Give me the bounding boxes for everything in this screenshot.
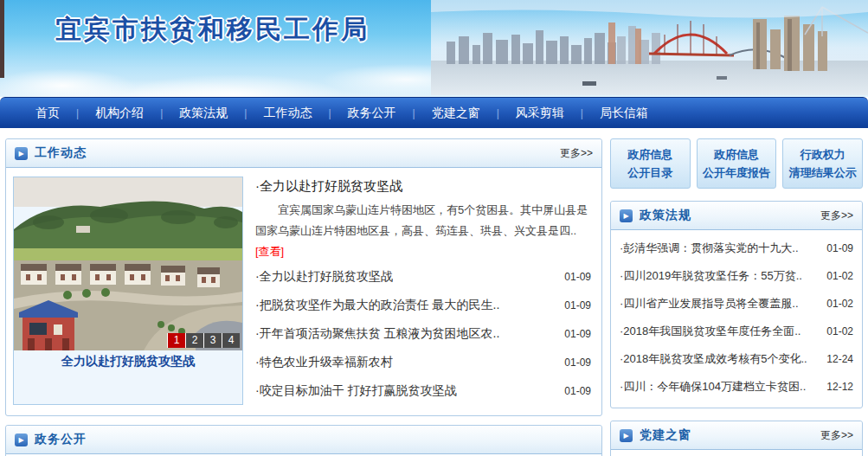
policy-item-title: ·2018年脱贫攻坚成效考核有5个变化.. [620,345,807,372]
gov-open-header: ▶ 政务公开 [6,426,601,454]
news-list-item[interactable]: ·把脱贫攻坚作为最大的政治责任 最大的民生.. 01-09 [255,291,591,319]
admin-power-line2: 清理结果公示 [789,164,857,182]
right-column: 政府信息 公开目录 政府信息 公开年度报告 行政权力 清理结果公示 ▶ 政策法规… [610,138,863,456]
gov-open-title: 政务公开 [35,432,87,447]
news-item-title: ·开年首项活动聚焦扶贫 五粮液为贫困地区农.. [255,319,499,347]
main-nav: 首页 | 机构介绍 | 政策法规 | 工作动态 | 政务公开 | 党建之窗 | … [0,97,868,128]
nav-item-policy[interactable]: 政策法规 [179,106,228,121]
party-more-link[interactable]: 更多>> [820,428,853,443]
work-news-header: ▶ 工作动态 更多>> [6,139,601,168]
quick-buttons: 政府信息 公开目录 政府信息 公开年度报告 行政权力 清理结果公示 [610,138,863,189]
nav-item-about[interactable]: 机构介绍 [95,106,144,121]
policy-item-title: ·2018年我国脱贫攻坚年度任务全面.. [620,318,800,344]
nav-separator: | [244,107,247,119]
annual-report-line1: 政府信息 [714,145,759,164]
news-item-title: ·咬定目标加油干 打好打赢脱贫攻坚战 [255,376,457,404]
admin-power-button[interactable]: 行政权力 清理结果公示 [782,138,863,189]
policy-item-date: 12-24 [826,346,853,373]
policy-item-date: 01-02 [826,318,853,345]
news-item-date: 01-09 [564,349,591,376]
policy-list-item[interactable]: ·彭清华强调：贯彻落实党的十九大.. 01-09 [620,234,853,262]
work-news-more-link[interactable]: 更多>> [560,146,593,161]
carousel-page-3[interactable]: 3 [203,333,222,348]
work-news-body: 1 2 3 4 全力以赴打好脱贫攻坚战 ·全力以赴打好脱贫攻坚战 宜宾属国家乌蒙… [6,168,601,415]
nav-item-gallery[interactable]: 风采剪辑 [516,106,564,121]
info-directory-line1: 政府信息 [627,145,672,164]
policy-item-title: ·四川：今年确保104万建档立卡贫困.. [620,373,806,400]
carousel-page-1[interactable]: 1 [167,333,185,348]
policy-title: 政策法规 [640,208,691,223]
main-content: ▶ 工作动态 更多>> [0,128,868,456]
nav-separator: | [413,107,415,119]
news-item-title: ·特色农业升级幸福新农村 [255,348,393,376]
carousel-photo [14,177,242,350]
policy-item-date: 12-12 [826,374,853,401]
page: 宜宾市扶贫和移民工作局 首页 | 机构介绍 | 政策法规 | 工作动态 | 政务… [0,0,868,456]
policy-list-item[interactable]: ·2018年脱贫攻坚成效考核有5个变化.. 12-24 [620,345,853,373]
info-directory-button[interactable]: 政府信息 公开目录 [610,138,691,189]
news-item-date: 01-09 [564,377,591,405]
nav-separator: | [328,107,331,119]
city-skyline-image [431,0,868,95]
carousel-page-2[interactable]: 2 [185,333,203,348]
news-item-date: 01-09 [564,292,591,319]
policy-item-date: 01-02 [826,263,853,290]
policy-item-title: ·四川省产业发展指导员将全覆盖服.. [620,290,799,317]
nav-separator: | [581,107,583,119]
left-column: ▶ 工作动态 更多>> [5,138,602,456]
featured-news-summary: 宜宾属国家乌蒙山连片特困地区，有5个贫困县。其中屏山县是国家乌蒙山连片特困地区县… [255,200,591,262]
party-title: 党建之窗 [640,427,691,443]
nav-separator: | [160,107,163,119]
policy-item-title: ·四川2019年脱贫攻坚任务：55万贫.. [620,262,802,289]
annual-report-button[interactable]: 政府信息 公开年度报告 [697,138,777,189]
policy-section: ▶ 政策法规 更多>> ·彭清华强调：贯彻落实党的十九大.. 01-09 ·四川… [610,201,863,408]
arrow-right-icon: ▶ [620,429,633,442]
nav-item-gov-open[interactable]: 政务公开 [348,106,396,121]
policy-item-title: ·彭清华强调：贯彻落实党的十九大.. [620,234,799,261]
nav-item-home[interactable]: 首页 [35,106,60,121]
view-more-link[interactable]: [查看] [255,245,284,258]
work-news-title: 工作动态 [35,145,87,161]
nav-item-party[interactable]: 党建之窗 [432,106,480,121]
arrow-right-icon: ▶ [15,434,28,446]
work-news-section: ▶ 工作动态 更多>> [5,138,602,416]
nav-item-work-news[interactable]: 工作动态 [263,106,312,121]
policy-list-item[interactable]: ·2018年我国脱贫攻坚年度任务全面.. 01-02 [620,318,853,345]
arrow-right-icon: ▶ [15,147,28,160]
policy-list-item[interactable]: ·四川2019年脱贫攻坚任务：55万贫.. 01-02 [620,262,853,290]
policy-item-date: 01-09 [826,235,853,262]
banner-left-edge [0,0,4,78]
carousel-page-4[interactable]: 4 [222,333,240,348]
news-item-date: 01-09 [564,320,591,348]
policy-item-date: 01-02 [826,291,853,318]
news-carousel[interactable]: 1 2 3 4 全力以赴打好脱贫攻坚战 [13,177,243,405]
policy-more-link[interactable]: 更多>> [820,209,853,223]
party-list: ·学条例 守规矩 为打赢脱贫攻坚战.. 12-07 [611,450,862,456]
gov-open-section: ▶ 政务公开 扶贫开发 更多>> 移民安置 更多>> [5,425,602,456]
party-header: ▶ 党建之窗 更多>> [611,421,862,450]
policy-list-item[interactable]: ·四川省产业发展指导员将全覆盖服.. 01-02 [620,290,853,318]
news-list-item[interactable]: ·开年首项活动聚焦扶贫 五粮液为贫困地区农.. 01-09 [255,319,591,348]
featured-summary-text: 宜宾属国家乌蒙山连片特困地区，有5个贫困县。其中屏山县是国家乌蒙山连片特困地区县… [255,203,588,237]
site-title: 宜宾市扶贫和移民工作局 [55,12,370,48]
featured-news-title[interactable]: ·全力以赴打好脱贫攻坚战 [255,178,591,195]
nav-item-mailbox[interactable]: 局长信箱 [600,106,648,121]
carousel-pagination: 1 2 3 4 [167,333,240,348]
news-item-title: ·把脱贫攻坚作为最大的政治责任 最大的民生.. [255,291,499,318]
news-list-item[interactable]: ·全力以赴打好脱贫攻坚战 01-09 [255,262,591,291]
news-list-item[interactable]: ·咬定目标加油干 打好打赢脱贫攻坚战 01-09 [255,376,591,405]
news-list-item[interactable]: ·特色农业升级幸福新农村 01-09 [255,348,591,376]
carousel-caption[interactable]: 全力以赴打好脱贫攻坚战 [14,350,242,372]
work-news-list: ·全力以赴打好脱贫攻坚战 宜宾属国家乌蒙山连片特困地区，有5个贫困县。其中屏山县… [255,177,595,405]
party-section: ▶ 党建之窗 更多>> ·学条例 守规矩 为打赢脱贫攻坚战.. 12-07 [610,421,863,456]
site-banner: 宜宾市扶贫和移民工作局 [0,0,868,97]
nav-separator: | [497,107,499,119]
policy-list-item[interactable]: ·四川：今年确保104万建档立卡贫困.. 12-12 [620,373,853,401]
news-item-date: 01-09 [564,263,591,291]
info-directory-line2: 公开目录 [627,164,672,182]
news-item-title: ·全力以赴打好脱贫攻坚战 [255,262,393,290]
annual-report-line2: 公开年度报告 [703,164,770,182]
policy-list: ·彭清华强调：贯彻落实党的十九大.. 01-09 ·四川2019年脱贫攻坚任务：… [611,230,862,408]
arrow-right-icon: ▶ [620,209,633,222]
admin-power-line1: 行政权力 [800,145,845,164]
